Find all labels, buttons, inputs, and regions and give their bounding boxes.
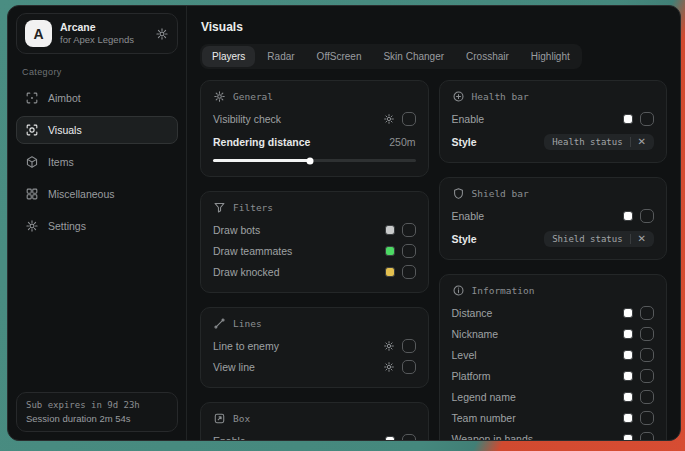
setting-row-health-style: Style Health status ✕ — [452, 131, 655, 152]
subscription-status-card: Sub expires in 9d 23h Session duration 2… — [16, 392, 178, 432]
setting-row-team-number: Team number — [452, 407, 655, 428]
weapon-in-hands-checkbox[interactable] — [640, 432, 654, 441]
main-content: Visuals Players Radar OffScreen Skin Cha… — [187, 6, 680, 440]
line-icon — [213, 317, 226, 330]
gear-icon[interactable] — [155, 27, 169, 41]
panels-area: General Visibility check Rendering dista… — [200, 80, 667, 440]
slider-thumb[interactable] — [307, 157, 314, 164]
sidebar-item-aimbot[interactable]: Aimbot — [16, 84, 178, 112]
gear-icon[interactable] — [383, 361, 395, 373]
color-swatch[interactable] — [623, 392, 633, 402]
color-swatch[interactable] — [623, 413, 633, 423]
panel-title: Filters — [233, 202, 273, 213]
setting-row-weapon-in-hands: Weapon in hands — [452, 428, 655, 440]
panel-title: Health bar — [472, 91, 529, 102]
panel-information: Information Distance Nickname — [439, 274, 668, 440]
box-icon — [213, 412, 226, 425]
tab-radar[interactable]: Radar — [257, 46, 304, 67]
panel-box: Box Enable Enable background — [200, 402, 429, 440]
shield-icon — [452, 187, 465, 200]
session-duration-text: Session duration 2m 54s — [26, 413, 168, 424]
draw-knocked-checkbox[interactable] — [402, 265, 416, 279]
sidebar-item-miscellaneous[interactable]: Miscellaneous — [16, 180, 178, 208]
setting-row-health-enable: Enable — [452, 108, 655, 129]
tab-offscreen[interactable]: OffScreen — [307, 46, 372, 67]
left-column: General Visibility check Rendering dista… — [200, 80, 429, 440]
color-swatch[interactable] — [385, 436, 395, 441]
visibility-check-checkbox[interactable] — [402, 112, 416, 126]
color-swatch[interactable] — [385, 246, 395, 256]
panel-title: Box — [233, 413, 250, 424]
app-window: A Arcane for Apex Legends Category Aimbo… — [7, 5, 681, 441]
team-number-checkbox[interactable] — [640, 411, 654, 425]
panel-title: Lines — [233, 318, 262, 329]
platform-checkbox[interactable] — [640, 369, 654, 383]
crosshair-icon — [25, 91, 39, 105]
color-swatch[interactable] — [623, 371, 633, 381]
setting-row-visibility-check: Visibility check — [213, 108, 416, 129]
tab-skin-changer[interactable]: Skin Changer — [373, 46, 454, 67]
panel-lines: Lines Line to enemy View line — [200, 307, 429, 388]
sidebar-item-visuals[interactable]: Visuals — [16, 116, 178, 144]
tab-bar: Players Radar OffScreen Skin Changer Cro… — [200, 44, 582, 69]
panel-title: Shield bar — [472, 188, 529, 199]
filter-icon — [213, 201, 226, 214]
line-to-enemy-checkbox[interactable] — [402, 339, 416, 353]
color-swatch[interactable] — [623, 308, 633, 318]
color-swatch[interactable] — [623, 211, 633, 221]
sidebar-item-label: Settings — [48, 220, 86, 232]
shield-enable-checkbox[interactable] — [640, 209, 654, 223]
sidebar-item-settings[interactable]: Settings — [16, 212, 178, 240]
setting-row-box-enable: Enable — [213, 430, 416, 440]
panel-title: Information — [472, 285, 535, 296]
nickname-checkbox[interactable] — [640, 327, 654, 341]
app-logo: A — [25, 20, 52, 47]
sidebar: A Arcane for Apex Legends Category Aimbo… — [8, 6, 187, 440]
box-enable-checkbox[interactable] — [402, 434, 416, 441]
setting-row-rendering-distance: Rendering distance 250m — [213, 131, 416, 152]
sidebar-item-label: Miscellaneous — [48, 188, 115, 200]
category-label: Category — [22, 67, 172, 77]
color-swatch[interactable] — [385, 267, 395, 277]
color-swatch[interactable] — [623, 114, 633, 124]
distance-checkbox[interactable] — [640, 306, 654, 320]
color-swatch[interactable] — [623, 434, 633, 441]
health-style-select[interactable]: Health status ✕ — [544, 134, 654, 150]
sidebar-item-items[interactable]: Items — [16, 148, 178, 176]
rendering-distance-slider[interactable] — [213, 159, 416, 162]
setting-row-nickname: Nickname — [452, 323, 655, 344]
color-swatch[interactable] — [623, 329, 633, 339]
color-swatch[interactable] — [385, 225, 395, 235]
health-icon — [452, 90, 465, 103]
sidebar-item-label: Aimbot — [48, 92, 81, 104]
gear-icon[interactable] — [383, 113, 395, 125]
shield-style-select[interactable]: Shield status ✕ — [544, 231, 654, 247]
legend-name-checkbox[interactable] — [640, 390, 654, 404]
draw-bots-checkbox[interactable] — [402, 223, 416, 237]
health-enable-checkbox[interactable] — [640, 112, 654, 126]
setting-row-platform: Platform — [452, 365, 655, 386]
close-icon[interactable]: ✕ — [638, 234, 646, 244]
app-logo-card: A Arcane for Apex Legends — [16, 13, 178, 54]
tab-crosshair[interactable]: Crosshair — [456, 46, 519, 67]
setting-row-draw-knocked: Draw knocked — [213, 261, 416, 282]
gear-icon — [213, 90, 226, 103]
gear-icon[interactable] — [383, 340, 395, 352]
panel-health-bar: Health bar Enable Style Health status — [439, 80, 668, 163]
app-subtitle: for Apex Legends — [60, 34, 147, 46]
setting-row-view-line: View line — [213, 356, 416, 377]
panel-shield-bar: Shield bar Enable Style Shield status — [439, 177, 668, 260]
tab-players[interactable]: Players — [202, 46, 255, 67]
tab-highlight[interactable]: Highlight — [521, 46, 580, 67]
setting-row-line-to-enemy: Line to enemy — [213, 335, 416, 356]
draw-teammates-checkbox[interactable] — [402, 244, 416, 258]
app-title: Arcane — [60, 21, 147, 34]
setting-row-shield-style: Style Shield status ✕ — [452, 228, 655, 249]
setting-row-distance: Distance — [452, 302, 655, 323]
close-icon[interactable]: ✕ — [638, 137, 646, 147]
level-checkbox[interactable] — [640, 348, 654, 362]
panel-title: General — [233, 91, 273, 102]
color-swatch[interactable] — [623, 350, 633, 360]
setting-row-draw-bots: Draw bots — [213, 219, 416, 240]
view-line-checkbox[interactable] — [402, 360, 416, 374]
